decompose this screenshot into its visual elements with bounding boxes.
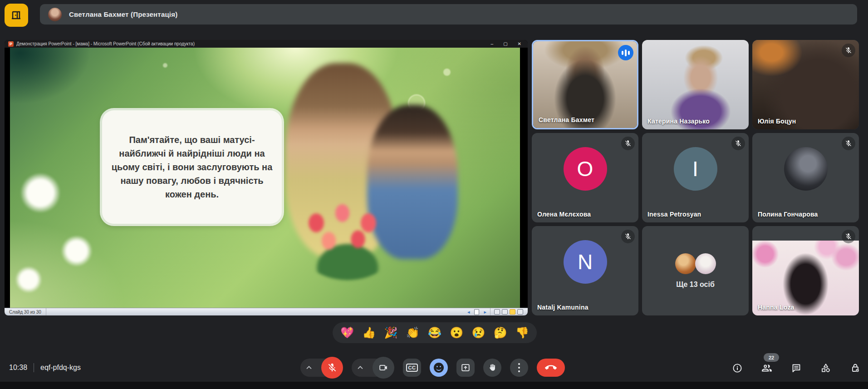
meeting-info: 10:38 eqf-pfdq-kgs [9,363,81,372]
powerpoint-titlebar: P Демонстрация PowerPoint - [мама] - Mic… [5,40,528,48]
info-icon [732,363,743,374]
overflow-count-label: Ще 13 осіб [676,281,715,289]
mini-avatar [675,253,696,274]
activities-button[interactable] [820,362,832,374]
avatar: N [564,240,607,284]
slide-page-icon [474,309,479,315]
present-icon [461,363,471,373]
participant-name: Юлія Боцун [758,118,796,125]
participant-tile-katerina[interactable]: Катерина Назарько [642,40,749,129]
mic-mute-button[interactable] [321,357,343,379]
clock-time: 10:38 [9,364,27,372]
mic-muted-icon [842,137,855,150]
meet-app: Светлана Бахмет (Презентація) P Демонстр… [0,0,868,389]
reaction-thumbs-up[interactable]: 👍 [362,327,376,338]
avatar-photo [784,147,828,191]
participant-name: Полина Гончарова [758,211,818,218]
presenter-avatar [48,8,62,21]
participant-name: Natalj Kamunina [537,304,588,311]
reaction-clap[interactable]: 👏 [406,327,420,338]
mic-control[interactable] [300,357,343,379]
flower-decor [61,235,93,267]
present-button[interactable] [456,359,475,377]
participant-tile-polina[interactable]: Полина Гончарова [752,133,859,222]
participant-tile-svetlana[interactable]: Светлана Бахмет [532,40,638,129]
screen-share-surface[interactable]: P Демонстрация PowerPoint - [мама] - Mic… [5,40,528,315]
slide-text-card: Пам'ятайте, що ваші матусі- найближчі й … [102,110,282,224]
participants-grid: Светлана Бахмет Катерина Назарько Юлія Б… [532,40,859,315]
people-icon [761,362,773,374]
meeting-panels: 22 [731,362,861,374]
reaction-thinking[interactable]: 🤔 [494,327,507,338]
mini-avatars [675,253,716,274]
participant-tile-olena[interactable]: О Олена Мєлєхова [532,133,638,222]
mini-avatar [695,253,716,274]
call-controls: CC [300,357,565,379]
captions-button[interactable]: CC [403,359,421,377]
avatar: О [564,147,607,191]
end-call-icon [545,362,557,374]
flower-decor [15,266,42,293]
camera-button[interactable] [373,357,394,379]
reaction-thumbs-down[interactable]: 👎 [515,327,529,338]
mic-muted-icon [842,44,855,57]
divider [34,363,34,372]
lock-icon [850,363,861,374]
app-logo[interactable] [5,4,28,27]
bokeh-circle [163,63,167,68]
overflow-participants: Ще 13 осіб [642,226,749,315]
chat-button[interactable] [790,362,802,374]
reactions-button[interactable] [430,359,448,377]
minimize-icon: – [491,40,494,48]
cc-icon: CC [406,364,418,372]
reaction-surprised[interactable]: 😮 [450,327,463,338]
meeting-details-button[interactable] [731,362,743,374]
restore-icon: ▢ [503,40,507,48]
prev-slide-icon: ◂ [467,309,470,315]
more-options-button[interactable] [510,359,528,377]
mic-muted-icon [621,230,635,243]
more-options-icon [518,363,520,372]
window-controls: – ▢ ✕ [491,40,524,48]
bottom-strip [0,382,868,389]
participant-tile-yulia[interactable]: Юлія Боцун [752,40,859,129]
slide-counter: Слайд 30 из 30 [5,308,46,315]
participant-tile-overflow[interactable]: Ще 13 осіб [642,226,749,315]
participant-tile-inessa[interactable]: I Inessa Petrosyan [642,133,749,222]
bokeh-circle [443,69,451,76]
meeting-code: eqf-pfdq-kgs [40,364,81,372]
participants-button[interactable]: 22 [761,362,773,374]
powerpoint-statusbar: Слайд 30 из 30 ◂ ▸ [5,308,528,315]
reaction-heart[interactable]: 💖 [340,327,354,338]
door-icon [10,9,23,22]
chat-icon [791,363,802,374]
smiley-icon [434,363,444,373]
reaction-laugh[interactable]: 😂 [428,327,441,338]
reaction-cry[interactable]: 😢 [471,327,485,338]
slide-nav: ◂ ▸ [467,309,490,315]
participant-name: Олена Мєлєхова [537,211,591,218]
mic-muted-icon [731,137,745,150]
video-feed [642,40,749,129]
participant-name: Hanna Loza [758,304,794,311]
next-slide-icon: ▸ [484,309,486,315]
audio-activity-icon [618,45,633,60]
close-icon: ✕ [518,40,521,48]
participant-tile-hanna[interactable]: Hanna Loza [752,226,859,315]
mic-muted-icon [842,230,855,243]
reaction-party[interactable]: 🎉 [384,327,398,338]
camera-control[interactable] [352,357,394,379]
mic-muted-icon [621,137,635,150]
host-controls-button[interactable] [849,362,861,374]
avatar: I [674,147,717,191]
participant-tile-natalj[interactable]: N Natalj Kamunina [532,226,638,315]
flower-decor [20,172,61,213]
activities-icon [820,363,831,374]
reactions-bar: 💖 👍 🎉 👏 😂 😮 😢 🤔 👎 [333,322,537,343]
normal-view-icon [494,309,500,315]
presenter-banner[interactable]: Светлана Бахмет (Презентація) [40,4,857,25]
raise-hand-button[interactable] [483,359,501,377]
participant-name: Катерина Назарько [647,118,710,125]
participant-name: Inessa Petrosyan [647,211,701,218]
end-call-button[interactable] [537,359,565,377]
